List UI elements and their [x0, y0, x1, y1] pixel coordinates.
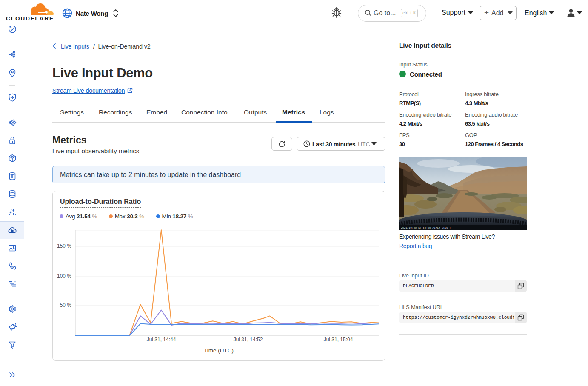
svg-text:CLOUDFLARE: CLOUDFLARE: [6, 15, 54, 22]
svg-text:2021/10/20 17:54:29 AIKEY DROZ: 2021/10/20 17:54:29 AIKEY DROZ P: [401, 226, 451, 229]
